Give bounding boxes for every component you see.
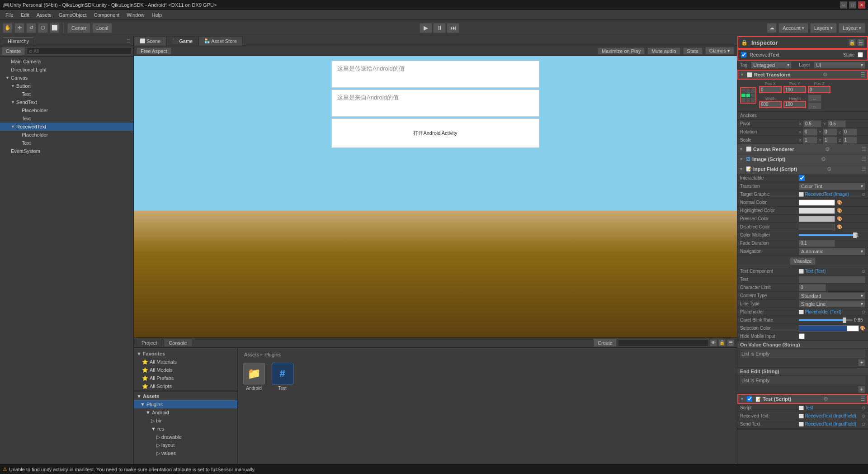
step-btn[interactable]: ⏭: [447, 23, 459, 33]
fade-duration-input[interactable]: [799, 240, 835, 247]
menu-item-component[interactable]: Component: [90, 11, 123, 19]
proj-eye-btn[interactable]: 👁: [710, 339, 717, 346]
static-checkbox[interactable]: [858, 52, 863, 57]
active-checkbox[interactable]: [741, 52, 746, 57]
tree-bin[interactable]: ▷bin: [134, 417, 237, 425]
pos-x-input[interactable]: [759, 86, 782, 93]
received-text-input[interactable]: 这里是来自Android的值: [331, 90, 539, 117]
text-component-picker[interactable]: ⊙: [862, 269, 865, 274]
input-field-settings[interactable]: ⚙: [827, 166, 832, 172]
hier-item-main-camera[interactable]: Main Camera: [0, 57, 133, 66]
hier-item-receivedtext-placeholder[interactable]: Placeholder: [0, 131, 133, 139]
scale-x-input[interactable]: [803, 137, 817, 144]
height-input[interactable]: [783, 101, 806, 108]
content-type-dropdown[interactable]: Standard: [799, 292, 865, 299]
project-tab[interactable]: Project: [137, 339, 162, 346]
tree-all-models[interactable]: ⭐All Models: [134, 366, 237, 374]
menu-item-assets[interactable]: Assets: [33, 11, 55, 19]
hierarchy-create-btn[interactable]: Create: [2, 47, 25, 55]
proj-lock-btn[interactable]: 🔒: [718, 339, 726, 346]
layout-btn[interactable]: Layout: [839, 23, 865, 33]
cloud-btn[interactable]: ☁: [767, 23, 777, 33]
hier-item-receivedtext[interactable]: ▼ ReceivedText: [0, 123, 133, 131]
rt-extra-btn-1[interactable]: ...: [808, 95, 821, 102]
file-android[interactable]: 📁 Android: [241, 363, 266, 391]
visualize-btn[interactable]: Visualize: [790, 257, 816, 265]
pressed-color-picker[interactable]: 🎨: [837, 216, 842, 221]
placeholder-picker[interactable]: ⊙: [862, 309, 865, 314]
maximize-on-play-btn[interactable]: Maximize on Play: [598, 47, 645, 55]
navigation-dropdown[interactable]: Automatic: [799, 248, 865, 255]
tag-dropdown[interactable]: Untagged: [751, 62, 792, 69]
selection-color-swatch[interactable]: [799, 325, 859, 332]
breadcrumb-plugins[interactable]: Plugins: [264, 352, 281, 357]
pause-btn[interactable]: ⏸: [433, 23, 446, 33]
file-test[interactable]: # Test: [270, 363, 295, 391]
tree-assets[interactable]: ▼Assets: [134, 392, 237, 400]
rect-transform-menu[interactable]: ☰: [860, 71, 865, 78]
tree-all-materials[interactable]: ⭐All Materials: [134, 358, 237, 366]
disabled-color-picker[interactable]: 🎨: [837, 224, 842, 229]
canvas-renderer-settings[interactable]: ⚙: [825, 146, 830, 152]
rect-tool-btn[interactable]: ⬜: [50, 23, 60, 33]
rot-z-input[interactable]: [843, 128, 857, 136]
hier-item-canvas[interactable]: ▼ Canvas: [0, 74, 133, 82]
tree-layout[interactable]: ▷layout: [134, 441, 237, 449]
scene-tab[interactable]: ⬜ Scene: [134, 36, 166, 46]
menu-item-window[interactable]: Window: [123, 11, 148, 19]
text-input[interactable]: [799, 276, 865, 283]
layer-dropdown[interactable]: UI: [814, 62, 865, 69]
tree-all-scripts[interactable]: ⭐All Scripts: [134, 382, 237, 390]
menu-item-file[interactable]: File: [2, 11, 17, 19]
minimize-btn[interactable]: ─: [840, 1, 847, 9]
test-script-header[interactable]: ▼ 📝 Test (Script) ⚙ ☰: [737, 394, 868, 404]
disabled-color-swatch[interactable]: [799, 224, 835, 230]
send-text-ref[interactable]: ReceivedText (InputField): [799, 422, 856, 427]
menu-item-help[interactable]: Help: [148, 11, 165, 19]
hierarchy-tab[interactable]: Hierarchy: [3, 37, 34, 45]
interactable-checkbox[interactable]: [799, 175, 805, 181]
image-script-header[interactable]: ▼ 🖼 Image (Script) ⚙ ☰: [737, 154, 868, 164]
menu-item-edit[interactable]: Edit: [17, 11, 33, 19]
pos-y-input[interactable]: [783, 86, 806, 93]
stats-btn[interactable]: Stats: [683, 47, 703, 55]
android-activity-btn[interactable]: 打开Android Activity: [331, 118, 539, 148]
scale-tool-btn[interactable]: ⬡: [38, 23, 48, 33]
test-script-active[interactable]: [747, 396, 752, 402]
target-graphic-value[interactable]: ReceivedText (Image): [799, 192, 849, 197]
pos-z-input[interactable]: [808, 86, 830, 93]
line-type-dropdown[interactable]: Single Line: [799, 300, 865, 308]
hier-item-sendtext[interactable]: ▼ SendText: [0, 98, 133, 106]
asset-store-tab[interactable]: 🏪 Asset Store: [198, 36, 243, 46]
highlighted-color-swatch[interactable]: [799, 208, 835, 214]
menu-item-gameobject[interactable]: GameObject: [55, 11, 90, 19]
test-script-settings[interactable]: ⚙: [823, 396, 828, 402]
normal-color-picker[interactable]: 🎨: [837, 200, 842, 205]
received-text-picker[interactable]: ⊙: [862, 413, 865, 418]
rot-y-input[interactable]: [823, 128, 837, 136]
move-tool-btn[interactable]: ✛: [14, 23, 24, 33]
char-limit-input[interactable]: [799, 284, 826, 291]
game-tab[interactable]: ⬛ Game: [166, 36, 198, 46]
hier-item-directional-light[interactable]: Directional Light: [0, 66, 133, 74]
center-btn[interactable]: Center: [67, 23, 90, 33]
console-tab[interactable]: Console: [164, 339, 192, 346]
maximize-btn[interactable]: □: [849, 1, 856, 9]
on-value-change-add-btn[interactable]: +: [858, 359, 865, 366]
hier-item-button[interactable]: ▼ Button: [0, 82, 133, 90]
input-field-header[interactable]: ▼ 📝 Input Field (Script) ⚙ ☰: [737, 164, 868, 174]
text-component-value[interactable]: Text (Text): [799, 269, 826, 274]
end-edit-add-btn[interactable]: +: [858, 386, 865, 393]
tree-res[interactable]: ▼res: [134, 425, 237, 433]
scale-z-input[interactable]: [843, 137, 857, 144]
test-script-menu[interactable]: ☰: [860, 396, 865, 402]
play-btn[interactable]: ▶: [420, 23, 432, 33]
scale-y-input[interactable]: [823, 137, 837, 144]
tree-plugins[interactable]: ▼Plugins: [134, 400, 237, 408]
hand-tool-btn[interactable]: ✋: [3, 23, 13, 33]
placeholder-value[interactable]: Placeholder (Text): [799, 309, 841, 314]
hide-mobile-checkbox[interactable]: [799, 333, 805, 339]
width-input[interactable]: [759, 101, 782, 108]
inspector-menu-btn[interactable]: ☰: [857, 39, 864, 46]
rt-extra-btn-2[interactable]: ...: [808, 102, 821, 109]
